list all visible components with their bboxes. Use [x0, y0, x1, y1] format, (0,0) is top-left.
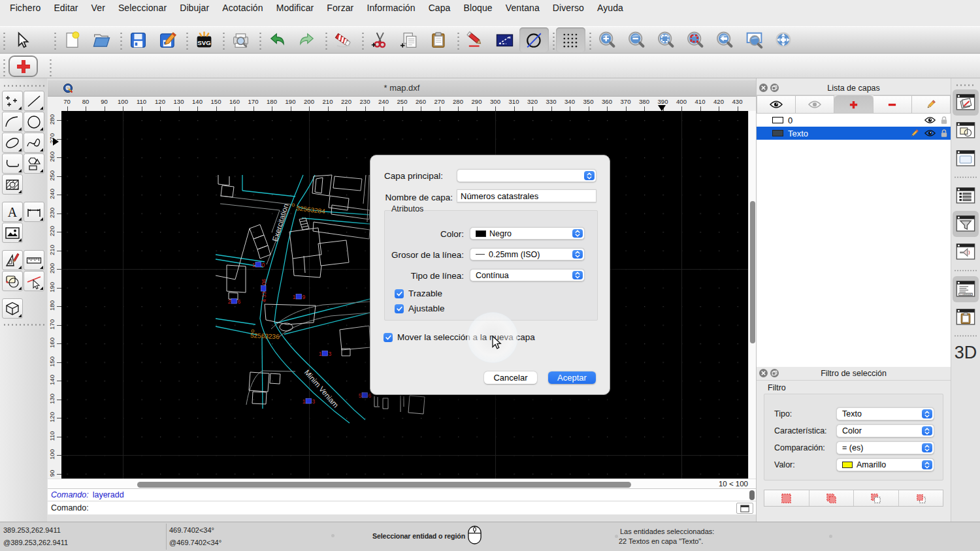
undo-button[interactable] [263, 27, 292, 52]
menu-ver[interactable]: Ver [85, 2, 112, 14]
add-to-selection-button[interactable] [809, 490, 855, 506]
zoom-previous-button[interactable] [710, 27, 740, 52]
snappable-checkbox[interactable]: Ajustable [395, 304, 445, 313]
show-all-layers-button[interactable] [757, 95, 796, 114]
dimension-tool-button[interactable] [24, 202, 44, 222]
command-history-scrollbar[interactable] [749, 490, 755, 500]
plottable-checkbox[interactable]: Trazable [395, 289, 442, 298]
clipboard-panel-button[interactable] [953, 304, 979, 330]
lineweight-select[interactable]: 0.25mm (ISO) [470, 248, 585, 260]
vertical-scrollbar-thumb[interactable] [750, 201, 755, 343]
menu-diverso[interactable]: Diverso [546, 2, 591, 14]
layer-edit-pencil-icon[interactable] [910, 129, 919, 138]
layer-visible-eye-icon[interactable] [924, 129, 936, 137]
layer-visible-eye-icon[interactable] [924, 116, 936, 124]
library-browser-panel-button[interactable] [953, 146, 979, 172]
polyline-tool-button[interactable] [2, 153, 23, 174]
edit-button[interactable] [461, 27, 490, 52]
zoom-pan-button[interactable] [769, 27, 798, 52]
command-line-input[interactable] [91, 503, 756, 514]
grid-button[interactable] [556, 27, 585, 52]
toolbar-drag-handle[interactable] [1, 57, 7, 76]
save-as-button[interactable] [153, 27, 182, 52]
layer-lock-icon[interactable] [941, 116, 947, 125]
palette-drag-handle-bottom[interactable] [3, 323, 44, 327]
arc-tool-button[interactable] [2, 112, 23, 132]
snap-tool-button[interactable] [24, 271, 44, 291]
menu-seleccionar[interactable]: Seleccionar [112, 2, 173, 14]
filter-select-característica[interactable]: Color [836, 424, 934, 437]
menu-forzar[interactable]: Forzar [320, 2, 360, 14]
cursor-button[interactable] [7, 27, 37, 52]
selection-filter-panel-button[interactable] [953, 211, 979, 237]
accept-button[interactable]: Aceptar [548, 371, 596, 384]
current-tool-button[interactable] [8, 55, 38, 77]
remove-from-selection-button[interactable] [854, 490, 899, 506]
selection-rect-button[interactable] [490, 27, 519, 52]
svg-export-button[interactable] [189, 27, 219, 52]
measure-tool-button[interactable] [24, 250, 44, 270]
select-filtered-button[interactable] [764, 490, 809, 506]
hide-all-layers-button[interactable] [796, 95, 834, 114]
list-view-panel-button[interactable] [953, 183, 979, 209]
cancel-button[interactable]: Cancelar [484, 371, 537, 384]
layer-lock-icon[interactable] [941, 129, 947, 138]
3d-menu-label[interactable]: 3D [951, 343, 980, 363]
save-button[interactable] [123, 27, 153, 52]
block-list-panel-button[interactable] [953, 118, 979, 144]
remove-layer-button[interactable] [874, 95, 912, 114]
menu-dibujar[interactable]: Dibujar [173, 2, 216, 14]
document-title-bar[interactable]: * map.dxf [48, 80, 756, 97]
menu-modificar[interactable]: Modificar [270, 2, 321, 14]
circle-slash-button[interactable] [519, 27, 549, 52]
vertical-scrollbar[interactable] [748, 111, 756, 479]
dock-drag-handle[interactable] [955, 84, 976, 87]
open-file-button[interactable] [87, 27, 116, 52]
zoom-selection-button[interactable] [681, 27, 710, 52]
circle-tool-button[interactable] [24, 112, 44, 132]
cut-button[interactable] [365, 27, 395, 52]
edit-layer-button[interactable] [912, 95, 951, 114]
menu-acotacion[interactable]: Acotación [216, 2, 269, 14]
horizontal-scrollbar-thumb[interactable] [137, 482, 631, 488]
ellipse-tool-button[interactable] [2, 133, 23, 153]
zoom-in-button[interactable] [593, 27, 622, 52]
text-tool-button[interactable] [2, 202, 23, 222]
draft-tool-button[interactable] [2, 250, 23, 270]
add-layer-button[interactable] [834, 95, 873, 114]
menu-capa[interactable]: Capa [422, 2, 457, 14]
toolbar-drag-handle[interactable] [1, 30, 7, 50]
linetype-select[interactable]: Contínua [470, 269, 585, 281]
command-window-button[interactable] [736, 503, 753, 514]
menu-informacion[interactable]: Información [360, 2, 421, 14]
modify-tool-button[interactable] [2, 271, 23, 291]
zoom-auto-button[interactable] [651, 27, 681, 52]
filter-select-comparación[interactable]: = (es) [836, 441, 934, 454]
horizontal-scrollbar-track[interactable] [61, 480, 708, 487]
delete-button[interactable] [329, 27, 358, 52]
zoom-window-button[interactable] [740, 27, 769, 52]
copy-button[interactable] [395, 27, 424, 52]
layer-list-panel-button[interactable] [953, 89, 979, 116]
viewport-3d-tool-button[interactable] [2, 298, 23, 319]
hatch-tool-button[interactable] [2, 174, 23, 195]
layer-row-texto[interactable]: Texto [757, 127, 951, 140]
redo-button[interactable] [292, 27, 321, 52]
print-preview-button[interactable] [226, 27, 255, 52]
menu-ventana[interactable]: Ventana [499, 2, 546, 14]
zoom-out-button[interactable] [622, 27, 651, 52]
menu-bloque[interactable]: Bloque [457, 2, 499, 14]
shape-tool-button[interactable] [24, 153, 44, 174]
paste-button[interactable] [424, 27, 453, 52]
intersect-selection-button[interactable] [899, 490, 943, 506]
filter-select-tipo[interactable]: Texto [836, 407, 934, 420]
filter-select-valor[interactable]: Amarillo [836, 458, 934, 471]
menu-editar[interactable]: Editar [47, 2, 84, 14]
image-tool-button[interactable] [2, 223, 23, 243]
move-selection-checkbox[interactable]: Mover la selección a la nueva capa [384, 332, 535, 342]
points-tool-button[interactable] [2, 91, 23, 111]
line-tool-button[interactable] [24, 91, 44, 111]
palette-drag-handle[interactable] [3, 84, 44, 88]
layer-name-input[interactable]: Números catastrales [457, 189, 596, 202]
menu-fichero[interactable]: Fichero [3, 2, 47, 14]
